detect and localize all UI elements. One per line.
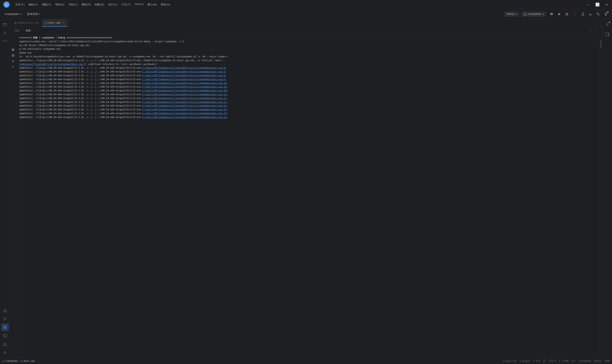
- version-control-button[interactable]: 版本控制 ▾: [26, 12, 42, 17]
- right-sidebar-notification[interactable]: [603, 21, 611, 28]
- error-link-15[interactable]: C:/Users/MI/CodeSpace/ClionCodeProjects/…: [142, 93, 228, 96]
- app-logo: C: [3, 1, 10, 8]
- more-options-button[interactable]: ⋮: [572, 11, 578, 17]
- search-icon-btn[interactable]: [595, 11, 601, 17]
- ld-prefix-17: ngw64/bin/../lib/gcc/x86_64-w64-mingw32/…: [19, 101, 142, 104]
- menu-file[interactable]: 文件(F): [14, 2, 26, 7]
- translate-icon-btn[interactable]: A A: [587, 11, 594, 17]
- account-icon-btn[interactable]: [580, 11, 586, 17]
- panel-up-button[interactable]: ↑: [11, 36, 15, 40]
- sidebar-item-more-top[interactable]: •••: [1, 38, 9, 45]
- sidebar-item-settings[interactable]: [1, 349, 9, 356]
- svg-point-30: [4, 352, 6, 353]
- panel-tab-close[interactable]: ✕: [31, 29, 33, 32]
- sidebar-item-project[interactable]: [1, 21, 9, 28]
- status-project[interactable]: vcpkgdemo: [5, 360, 18, 363]
- settings-icon-btn[interactable]: [548, 11, 555, 17]
- menu-edit[interactable]: 编辑(E): [27, 2, 40, 7]
- status-line-ending[interactable]: LF: [543, 360, 546, 363]
- status-encoding[interactable]: UTF-8: [549, 360, 556, 363]
- sidebar-item-problems[interactable]: [1, 307, 9, 314]
- sidebar-item-notifications-left[interactable]: [1, 340, 9, 348]
- panel-tab-messages[interactable]: 消息: [12, 28, 22, 33]
- panel-more-icon-btn[interactable]: ⋮: [588, 28, 594, 33]
- warning-icon: [3, 308, 7, 312]
- maximize-button[interactable]: ⬜: [594, 2, 601, 7]
- settings-icon: [550, 13, 553, 16]
- error-link-10[interactable]: C:/Users/MI/CodeSpace/ClionCodeProjects/…: [142, 74, 226, 77]
- search-icon: [596, 12, 600, 16]
- panel-tree-button[interactable]: [11, 53, 15, 58]
- status-run-config[interactable]: vcpkgdemo: [579, 360, 591, 363]
- error-link-13[interactable]: C:/Users/MI/CodeSpace/ClionCodeProjects/…: [142, 85, 228, 88]
- run-button[interactable]: [556, 11, 562, 17]
- status-json[interactable]: JSON: [604, 360, 610, 363]
- tabs-more-button[interactable]: ⋮: [594, 19, 600, 26]
- language-label: C++: [572, 360, 576, 363]
- status-language[interactable]: C++: [572, 360, 576, 363]
- menu-view[interactable]: 视图(V): [40, 2, 53, 7]
- status-file[interactable]: main.cpp: [24, 360, 35, 363]
- menu-code[interactable]: 代码(C): [67, 2, 79, 7]
- error-link-12[interactable]: C:/Users/MI/CodeSpace/ClionCodeProjects/…: [142, 82, 228, 84]
- run-config-selector[interactable]: vcpkgdemo ▾: [521, 12, 546, 17]
- sidebar-item-commit[interactable]: [1, 29, 9, 37]
- menu-tools[interactable]: 工具(T): [120, 2, 132, 7]
- svg-rect-44: [12, 66, 14, 68]
- tab-cmake[interactable]: CMakeLists.txt: [12, 19, 41, 27]
- panel-tab-build[interactable]: 构建 ✕: [23, 28, 35, 33]
- panel-trash-button[interactable]: [11, 65, 15, 69]
- panel-print-button[interactable]: [11, 59, 15, 64]
- notifications-icon-btn[interactable]: 1: [603, 11, 609, 17]
- error-link-8[interactable]: C:/Users/MI/CodeSpace/ClionCodeProjects/…: [142, 66, 226, 69]
- tab-close-button[interactable]: ✕: [62, 21, 65, 25]
- error-link-14[interactable]: C:/Users/MI/CodeSpace/ClionCodeProjects/…: [142, 89, 228, 92]
- output-line-10: ngw64/bin/../lib/gcc/x86_64-w64-mingw32/…: [19, 74, 596, 78]
- error-link-9[interactable]: C:/Users/MI/CodeSpace/ClionCodeProjects/…: [142, 70, 226, 73]
- debug-config-selector[interactable]: Debug ▾: [504, 12, 519, 17]
- panel-list-button[interactable]: [11, 47, 15, 52]
- tab-main-cpp[interactable]: C main.cpp ✕: [42, 19, 67, 27]
- close-button[interactable]: ✕: [605, 2, 609, 7]
- error-link-17[interactable]: C:/Users/MI/CodeSpace/ClionCodeProjects/…: [142, 101, 228, 104]
- right-sidebar-icon-2[interactable]: [603, 31, 611, 38]
- svg-rect-23: [3, 327, 6, 327]
- status-na[interactable]: ⊘ N/A: [533, 360, 540, 363]
- scrollbar[interactable]: [599, 34, 602, 358]
- minimize-button[interactable]: —: [586, 2, 590, 7]
- error-link-16[interactable]: C:/Users/MI/CodeSpace/ClionCodeProjects/…: [142, 97, 228, 100]
- debug-button[interactable]: [564, 11, 570, 17]
- google-icon: G: [520, 360, 521, 362]
- menu-refactor[interactable]: 重构(R): [80, 2, 93, 7]
- output-line-9: ngw64/bin/../lib/gcc/x86_64-w64-mingw32/…: [19, 70, 596, 74]
- sidebar-item-terminal[interactable]: [1, 332, 9, 339]
- panel-down-button[interactable]: ↓: [11, 42, 15, 46]
- menu-build[interactable]: 构建(B): [93, 2, 106, 7]
- menu-vcs[interactable]: VCS(S): [133, 2, 145, 7]
- notification-dot: [609, 21, 610, 23]
- error-link-18[interactable]: C:/Users/MI/CodeSpace/ClionCodeProjects/…: [142, 104, 228, 107]
- build-type-label: Debug: [594, 360, 601, 363]
- error-link-19[interactable]: C:/Users/MI/CodeSpace/ClionCodeProjects/…: [142, 108, 228, 111]
- menu-help[interactable]: 帮助(H): [159, 2, 172, 7]
- panel-minimize-icon-btn[interactable]: —: [594, 28, 600, 33]
- error-link-20[interactable]: C:/Users/MI/CodeSpace/ClionCodeProjects/…: [142, 112, 228, 115]
- status-clang-tidy[interactable]: .clang-tidy: [502, 360, 517, 363]
- svg-rect-36: [12, 50, 14, 51]
- svg-rect-38: [13, 54, 14, 55]
- error-link-11[interactable]: C:/Users/MI/CodeSpace/ClionCodeProjects/…: [142, 78, 226, 81]
- status-build-type[interactable]: Debug: [594, 360, 601, 363]
- terminal-icon: [3, 334, 7, 338]
- menu-run[interactable]: 运行(U): [107, 2, 119, 7]
- scroll-thumb[interactable]: [600, 40, 601, 48]
- error-link-1[interactable]: CodeSpace/ClionCodeProjects/vcpkgdemo/ma…: [19, 63, 85, 65]
- build-output-text[interactable]: ========[ 构建 | vcpkgdemo | Debug ]======…: [16, 34, 599, 358]
- menu-navigate[interactable]: 导航(N): [53, 2, 66, 7]
- sidebar-item-run[interactable]: [1, 315, 9, 323]
- error-link-21[interactable]: C:/Users/MI/CodeSpace/ClionCodeProjects/…: [142, 116, 228, 118]
- status-google[interactable]: G Google: [520, 360, 530, 363]
- menu-window[interactable]: 窗口(W): [146, 2, 158, 7]
- project-selector[interactable]: vcpkgdemo ▾: [3, 12, 23, 16]
- status-indent[interactable]: 4 个空格: [559, 359, 568, 363]
- sidebar-item-build[interactable]: [1, 324, 9, 331]
